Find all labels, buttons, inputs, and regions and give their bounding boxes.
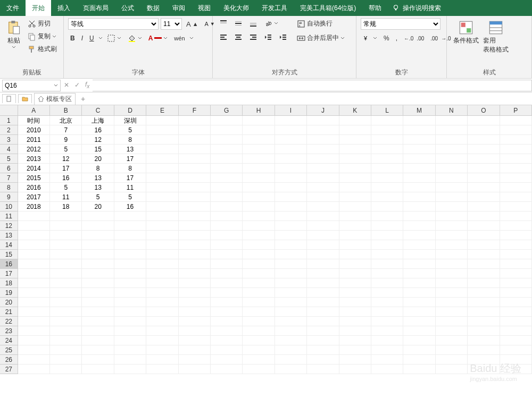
format-painter-button[interactable]: 格式刷	[26, 44, 59, 55]
cell[interactable]	[243, 365, 275, 374]
cell[interactable]	[339, 269, 371, 278]
column-header[interactable]: I	[275, 105, 307, 116]
cell[interactable]	[339, 355, 371, 365]
cell[interactable]	[243, 164, 275, 173]
cell[interactable]	[243, 317, 275, 326]
cell[interactable]	[371, 355, 403, 365]
cell[interactable]	[403, 259, 435, 269]
column-header[interactable]: D	[114, 105, 146, 116]
row-header[interactable]: 21	[0, 307, 18, 317]
column-header[interactable]: N	[436, 105, 468, 116]
cell[interactable]	[436, 336, 468, 345]
cell[interactable]	[50, 326, 82, 336]
row-header[interactable]: 15	[0, 250, 18, 259]
underline-button[interactable]: U	[87, 33, 96, 43]
cell[interactable]	[468, 202, 500, 211]
cell[interactable]: 时间	[18, 116, 50, 125]
cell[interactable]	[436, 288, 468, 298]
cell[interactable]	[18, 278, 50, 288]
cell[interactable]	[500, 211, 532, 221]
cell[interactable]	[339, 125, 371, 135]
cell[interactable]	[371, 317, 403, 326]
row-header[interactable]: 9	[0, 192, 18, 202]
new-sheet-icon-tab[interactable]	[2, 94, 16, 103]
cell[interactable]	[243, 240, 275, 250]
cell[interactable]	[500, 298, 532, 307]
cell[interactable]	[500, 192, 532, 202]
row-header[interactable]: 8	[0, 183, 18, 192]
row-header[interactable]: 3	[0, 135, 18, 145]
cell[interactable]	[243, 250, 275, 259]
cell[interactable]	[307, 173, 339, 183]
cell[interactable]	[307, 135, 339, 145]
cell[interactable]: 13	[82, 173, 114, 183]
cell[interactable]	[371, 211, 403, 221]
cell[interactable]	[275, 355, 307, 365]
cell[interactable]	[500, 164, 532, 173]
cell[interactable]	[403, 298, 435, 307]
cell[interactable]	[179, 240, 211, 250]
decrease-indent-button[interactable]	[262, 32, 275, 43]
cell[interactable]	[307, 240, 339, 250]
cell[interactable]	[179, 307, 211, 317]
row-header[interactable]: 25	[0, 345, 18, 355]
column-header[interactable]: L	[371, 105, 403, 116]
cell[interactable]	[82, 269, 114, 278]
cell[interactable]	[243, 326, 275, 336]
cell[interactable]	[468, 317, 500, 326]
cell[interactable]	[339, 211, 371, 221]
row-header[interactable]: 11	[0, 211, 18, 221]
cell[interactable]	[50, 298, 82, 307]
cell[interactable]	[179, 288, 211, 298]
font-size-combo[interactable]: 11	[161, 18, 182, 30]
cell[interactable]	[275, 298, 307, 307]
fill-color-button[interactable]	[126, 33, 144, 44]
cell[interactable]	[275, 326, 307, 336]
cell[interactable]	[146, 116, 178, 125]
templates-tab[interactable]: 模板专区	[34, 93, 76, 105]
row-header[interactable]: 6	[0, 164, 18, 173]
cell[interactable]	[500, 250, 532, 259]
row-header[interactable]: 18	[0, 278, 18, 288]
cell[interactable]	[211, 355, 243, 365]
cell[interactable]	[371, 365, 403, 374]
cell[interactable]	[211, 192, 243, 202]
cell[interactable]	[339, 288, 371, 298]
align-right-button[interactable]	[247, 32, 260, 43]
cell[interactable]	[18, 259, 50, 269]
cell[interactable]	[500, 278, 532, 288]
cell[interactable]	[468, 336, 500, 345]
cell[interactable]	[82, 259, 114, 269]
cell[interactable]	[50, 259, 82, 269]
cell[interactable]	[339, 221, 371, 231]
cell[interactable]	[146, 173, 178, 183]
cell[interactable]	[339, 240, 371, 250]
cell[interactable]	[307, 116, 339, 125]
cell[interactable]	[18, 307, 50, 317]
cell[interactable]	[403, 221, 435, 231]
cell[interactable]	[146, 355, 178, 365]
cell[interactable]	[243, 345, 275, 355]
column-header[interactable]: K	[339, 105, 371, 116]
row-header[interactable]: 24	[0, 336, 18, 345]
cell[interactable]	[211, 240, 243, 250]
cell[interactable]: 5	[114, 125, 146, 135]
cell[interactable]: 20	[82, 202, 114, 211]
cell[interactable]	[339, 317, 371, 326]
column-header[interactable]: F	[179, 105, 211, 116]
cell[interactable]	[146, 365, 178, 374]
cell[interactable]	[371, 154, 403, 164]
cell[interactable]	[82, 211, 114, 221]
cell[interactable]	[371, 326, 403, 336]
cell[interactable]	[211, 365, 243, 374]
tab-dev[interactable]: 开发工具	[255, 0, 294, 16]
cell[interactable]	[371, 307, 403, 317]
tab-beautify[interactable]: 美化大师	[217, 0, 255, 16]
cell[interactable]	[179, 164, 211, 173]
cell[interactable]: 13	[82, 183, 114, 192]
cell[interactable]	[146, 250, 178, 259]
cell[interactable]	[179, 125, 211, 135]
cell[interactable]	[114, 240, 146, 250]
open-folder-tab[interactable]	[18, 94, 32, 103]
cell[interactable]	[307, 259, 339, 269]
